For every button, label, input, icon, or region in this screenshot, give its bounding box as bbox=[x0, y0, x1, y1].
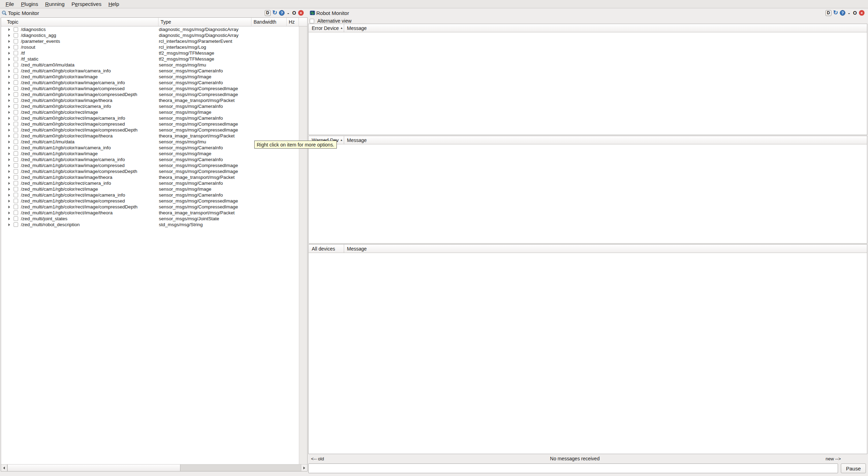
topic-checkbox[interactable] bbox=[14, 92, 18, 97]
expand-arrow-icon[interactable] bbox=[8, 129, 10, 132]
topic-checkbox[interactable] bbox=[14, 27, 18, 32]
topic-checkbox[interactable] bbox=[14, 222, 18, 227]
pause-button[interactable]: Pause bbox=[841, 463, 866, 473]
topic-checkbox[interactable] bbox=[14, 116, 18, 120]
expand-arrow-icon[interactable] bbox=[8, 52, 10, 55]
topic-checkbox[interactable] bbox=[14, 98, 18, 103]
expand-arrow-icon[interactable] bbox=[8, 146, 10, 149]
table-row[interactable]: /zed_multi/cam0/rgb/color/raw/image sens… bbox=[1, 74, 299, 80]
expand-arrow-icon[interactable] bbox=[8, 40, 10, 43]
column-header-hz[interactable]: Hz bbox=[287, 18, 299, 26]
expand-arrow-icon[interactable] bbox=[8, 158, 10, 161]
topic-checkbox[interactable] bbox=[14, 80, 18, 85]
table-row[interactable]: /zed_multi/cam1/rgb/color/rect/image/cam… bbox=[1, 192, 299, 198]
expand-arrow-icon[interactable] bbox=[8, 135, 10, 137]
expand-arrow-icon[interactable] bbox=[8, 217, 10, 220]
topic-checkbox[interactable] bbox=[14, 199, 18, 203]
topic-checkbox[interactable] bbox=[14, 175, 18, 180]
minimize-button[interactable]: - bbox=[286, 10, 290, 16]
expand-arrow-icon[interactable] bbox=[8, 99, 10, 102]
table-row[interactable]: /zed_multi/cam0/rgb/color/raw/camera_inf… bbox=[1, 68, 299, 74]
close-icon[interactable]: × bbox=[859, 10, 865, 16]
column-header-all-devices[interactable]: All devices bbox=[309, 245, 344, 253]
expand-arrow-icon[interactable] bbox=[8, 206, 10, 208]
restore-button[interactable]: O bbox=[853, 10, 857, 16]
vertical-scrollbar-gutter[interactable] bbox=[299, 26, 307, 464]
topic-checkbox[interactable] bbox=[14, 205, 18, 209]
expand-arrow-icon[interactable] bbox=[8, 105, 10, 108]
scroll-left-button[interactable] bbox=[1, 465, 7, 471]
expand-arrow-icon[interactable] bbox=[8, 200, 10, 203]
minimize-button[interactable]: - bbox=[847, 10, 851, 16]
table-row[interactable]: /parameter_events rcl_interfaces/msg/Par… bbox=[1, 38, 299, 44]
alternative-view-checkbox[interactable] bbox=[310, 19, 314, 23]
table-row[interactable]: /diagnostics_agg diagnostic_msgs/msg/Dia… bbox=[1, 32, 299, 38]
menu-running[interactable]: Running bbox=[41, 0, 68, 8]
topic-checkbox[interactable] bbox=[14, 74, 18, 79]
topic-checkbox[interactable] bbox=[14, 122, 18, 126]
topic-checkbox[interactable] bbox=[14, 33, 18, 38]
help-icon[interactable]: ? bbox=[279, 10, 285, 16]
table-row[interactable]: /zed_multi/cam0/rgb/color/raw/image/comp… bbox=[1, 92, 299, 97]
table-row[interactable]: /zed_multi/cam1/rgb/color/raw/image/came… bbox=[1, 157, 299, 162]
menu-help[interactable]: Help bbox=[105, 0, 123, 8]
topic-checkbox[interactable] bbox=[14, 104, 18, 109]
table-row[interactable]: /zed_multi/cam0/rgb/color/raw/image/comp… bbox=[1, 86, 299, 92]
topic-checkbox[interactable] bbox=[14, 187, 18, 191]
expand-arrow-icon[interactable] bbox=[8, 111, 10, 114]
dock-button[interactable]: D bbox=[265, 10, 271, 16]
expand-arrow-icon[interactable] bbox=[8, 152, 10, 155]
expand-arrow-icon[interactable] bbox=[8, 188, 10, 191]
table-row[interactable]: /zed_multi/cam1/rgb/color/rect/image sen… bbox=[1, 186, 299, 192]
expand-arrow-icon[interactable] bbox=[8, 141, 10, 143]
menu-perspectives[interactable]: Perspectives bbox=[68, 0, 105, 8]
table-row[interactable]: /rosout rcl_interfaces/msg/Log bbox=[1, 44, 299, 50]
reload-icon[interactable]: ↻ bbox=[272, 10, 277, 16]
expand-arrow-icon[interactable] bbox=[8, 123, 10, 126]
column-header-error-device[interactable]: Error Device ▲ bbox=[309, 24, 344, 32]
table-row[interactable]: /zed_multi/cam0/rgb/color/rect/image/com… bbox=[1, 121, 299, 127]
topic-checkbox[interactable] bbox=[14, 39, 18, 43]
topic-checkbox[interactable] bbox=[14, 216, 18, 221]
table-row[interactable]: /zed_multi/cam1/rgb/color/raw/image/theo… bbox=[1, 174, 299, 180]
topic-checkbox[interactable] bbox=[14, 181, 18, 185]
help-icon[interactable]: ? bbox=[840, 10, 845, 16]
topic-checkbox[interactable] bbox=[14, 145, 18, 150]
table-row[interactable]: /zed_multi/cam1/rgb/color/rect/camera_in… bbox=[1, 180, 299, 186]
table-row[interactable]: /tf tf2_msgs/msg/TFMessage bbox=[1, 50, 299, 56]
table-row[interactable]: /zed_multi/cam0/rgb/color/rect/camera_in… bbox=[1, 103, 299, 109]
table-row[interactable]: /zed_multi/cam1/rgb/color/rect/image/com… bbox=[1, 204, 299, 210]
restore-button[interactable]: O bbox=[292, 10, 296, 16]
expand-arrow-icon[interactable] bbox=[8, 64, 10, 66]
topic-checkbox[interactable] bbox=[14, 63, 18, 67]
column-header-type[interactable]: Type bbox=[158, 18, 251, 26]
topic-checkbox[interactable] bbox=[14, 169, 18, 174]
expand-arrow-icon[interactable] bbox=[8, 117, 10, 120]
topic-checkbox[interactable] bbox=[14, 128, 18, 132]
topic-checkbox[interactable] bbox=[14, 157, 18, 162]
table-row[interactable]: /zed_multi/cam1/rgb/color/rect/image/the… bbox=[1, 210, 299, 216]
close-icon[interactable]: × bbox=[298, 10, 304, 16]
table-row[interactable]: /zed_multi/cam0/rgb/color/rect/image/com… bbox=[1, 127, 299, 133]
table-row[interactable]: /zed_multi/cam1/rgb/color/raw/image/comp… bbox=[1, 162, 299, 168]
expand-arrow-icon[interactable] bbox=[8, 182, 10, 185]
table-row[interactable]: /zed_multi/joint_states sensor_msgs/msg/… bbox=[1, 216, 299, 222]
table-row[interactable]: /zed_multi/cam1/rgb/color/raw/image/comp… bbox=[1, 168, 299, 174]
reload-icon[interactable]: ↻ bbox=[833, 10, 838, 16]
column-header-message[interactable]: Message bbox=[344, 24, 367, 32]
scrollbar-track[interactable] bbox=[180, 465, 301, 471]
topic-checkbox[interactable] bbox=[14, 69, 18, 73]
expand-arrow-icon[interactable] bbox=[8, 170, 10, 173]
topic-checkbox[interactable] bbox=[14, 140, 18, 144]
expand-arrow-icon[interactable] bbox=[8, 194, 10, 197]
topic-checkbox[interactable] bbox=[14, 51, 18, 55]
expand-arrow-icon[interactable] bbox=[8, 58, 10, 61]
topic-checkbox[interactable] bbox=[14, 57, 18, 61]
column-header-bandwidth[interactable]: Bandwidth bbox=[251, 18, 287, 26]
dock-button[interactable]: D bbox=[826, 10, 831, 16]
scrollbar-handle[interactable] bbox=[7, 465, 180, 471]
column-header-message[interactable]: Message bbox=[344, 245, 367, 253]
table-row[interactable]: /zed_multi/cam0/rgb/color/raw/image/came… bbox=[1, 80, 299, 86]
topic-checkbox[interactable] bbox=[14, 163, 18, 168]
alternative-view-option[interactable]: Alternative view bbox=[310, 18, 351, 24]
